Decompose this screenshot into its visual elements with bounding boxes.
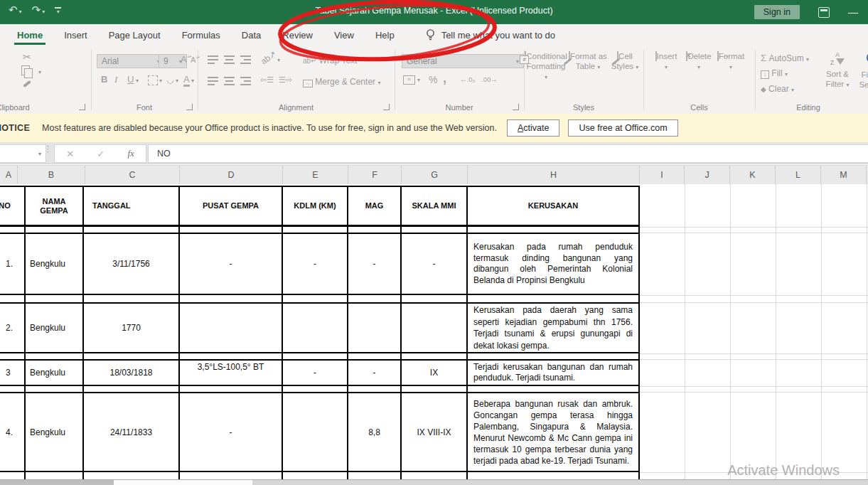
header-pusat-gempa[interactable]: PUSAT GEMPA xyxy=(180,187,283,225)
wrap-text-button[interactable]: ab↵ Wrap Text xyxy=(303,55,357,65)
activate-button[interactable]: Activate xyxy=(507,119,559,137)
cell-skala[interactable]: IX VIII-IX xyxy=(402,393,468,471)
cell-nama[interactable]: Bengkulu xyxy=(26,393,84,471)
insert-function-icon[interactable]: fx xyxy=(127,148,134,159)
cancel-entry-icon[interactable]: ✕ xyxy=(66,149,74,159)
column-header-g[interactable]: G xyxy=(402,166,468,184)
align-right-icon[interactable] xyxy=(240,77,251,85)
autosum-button[interactable]: Σ AutoSum ▾ xyxy=(761,53,809,63)
formula-input[interactable]: NO xyxy=(148,144,868,163)
borders-icon[interactable] xyxy=(148,75,158,85)
name-box[interactable]: ▾ xyxy=(0,144,46,163)
cell-tanggal[interactable]: 3/11/1756 xyxy=(84,234,180,294)
column-header-f[interactable]: F xyxy=(348,166,402,184)
comma-style-icon[interactable]: , xyxy=(443,71,446,86)
format-painter-icon[interactable] xyxy=(23,80,31,88)
cell-pusat[interactable] xyxy=(180,304,283,352)
cut-icon[interactable]: ✂ xyxy=(23,51,31,63)
column-header-b[interactable]: B xyxy=(18,166,85,184)
use-free-office-button[interactable]: Use free at Office.com xyxy=(568,119,677,137)
cell-skala[interactable] xyxy=(402,304,468,352)
percent-style-icon[interactable]: % xyxy=(429,74,437,85)
align-center-icon[interactable] xyxy=(224,77,235,85)
font-dialog-launcher[interactable] xyxy=(186,104,193,110)
align-top-icon[interactable] xyxy=(208,55,218,64)
cell-mag[interactable]: - xyxy=(348,234,402,294)
header-skala-mmi[interactable]: SKALA MMI xyxy=(402,187,468,225)
tab-insert[interactable]: Insert xyxy=(63,26,89,45)
cell-kerusakan[interactable]: Beberapa bangunan rusak dan ambruk. Gonc… xyxy=(468,393,640,471)
column-header-c[interactable]: C xyxy=(85,166,180,184)
cell-skala[interactable]: - xyxy=(402,234,468,294)
worksheet[interactable]: NO NAMA GEMPA TANGGAL PUSAT GEMPA KDLM (… xyxy=(0,184,868,485)
decrease-font-icon[interactable]: Aۖ xyxy=(191,55,195,65)
horizontal-scrollbar[interactable] xyxy=(0,479,868,485)
column-header-a[interactable]: A xyxy=(0,166,18,184)
cell-pusat[interactable]: - xyxy=(180,393,283,471)
cell-no[interactable]: 4. xyxy=(0,393,26,471)
cell-mag[interactable]: - xyxy=(348,361,402,385)
header-kdlm[interactable]: KDLM (KM) xyxy=(283,187,348,225)
tab-review[interactable]: Review xyxy=(281,26,314,45)
align-bottom-icon[interactable] xyxy=(240,55,251,64)
cell-nama[interactable]: Bengkulu xyxy=(26,361,84,385)
cell-skala[interactable]: IX xyxy=(402,361,468,385)
increase-indent-icon[interactable]: ☰⇨ xyxy=(279,75,292,85)
fill-button[interactable]: ↓ Fill ▾ xyxy=(761,68,788,79)
sign-in-button[interactable]: Sign in xyxy=(754,5,800,19)
header-mag[interactable]: MAG xyxy=(348,187,402,225)
clipboard-dialog-launcher[interactable] xyxy=(79,104,85,110)
cell-nama[interactable]: Bengkulu xyxy=(26,234,84,294)
minimize-button[interactable]: — xyxy=(848,6,858,18)
decrease-decimal-icon[interactable]: .00→ xyxy=(481,75,498,83)
delete-cells-button[interactable]: × Delete▾ xyxy=(683,51,714,73)
alignment-dialog-launcher[interactable] xyxy=(383,104,390,110)
decrease-indent-icon[interactable]: ⇦☰ xyxy=(260,75,274,85)
cell-kerusakan[interactable]: Terjadi kerusakan bangunan dan rumah pen… xyxy=(468,361,640,385)
confirm-entry-icon[interactable]: ✓ xyxy=(97,149,105,159)
align-left-icon[interactable] xyxy=(208,77,218,85)
tab-help[interactable]: Help xyxy=(374,26,396,45)
clear-button[interactable]: ◆ Clear ▾ xyxy=(761,84,794,94)
header-no[interactable]: NO xyxy=(0,187,26,225)
insert-cells-button[interactable]: Insert▾ xyxy=(650,51,682,73)
number-format-select[interactable]: General▾ xyxy=(402,54,524,68)
cell-kdlm[interactable] xyxy=(283,304,348,352)
header-kerusakan[interactable]: KERUSAKAN xyxy=(468,187,640,225)
column-header-k[interactable]: K xyxy=(730,166,776,184)
column-header-h[interactable]: H xyxy=(468,166,640,184)
cell-pusat[interactable]: - xyxy=(180,234,283,294)
conditional-formatting-button[interactable]: ≠ Conditional Formatting ▾ xyxy=(524,51,568,82)
copy-icon[interactable] xyxy=(21,65,30,75)
increase-font-icon[interactable]: Aۖ xyxy=(181,54,187,65)
tab-home[interactable]: Home xyxy=(16,26,44,45)
column-header-l[interactable]: L xyxy=(776,166,821,184)
column-header-j[interactable]: J xyxy=(685,166,730,184)
cell-tanggal[interactable]: 18/03/1818 xyxy=(84,361,180,385)
bold-button[interactable]: B xyxy=(101,74,107,85)
merge-center-button[interactable]: ↔ Merge & Center ▾ xyxy=(303,77,380,87)
formula-bar-separator[interactable]: ⋮ xyxy=(44,147,52,151)
column-header-e[interactable]: E xyxy=(283,166,348,184)
column-header-m[interactable]: M xyxy=(821,166,867,184)
tab-data[interactable]: Data xyxy=(240,26,262,45)
format-as-table-button[interactable]: Format as Table ▾ xyxy=(568,51,608,73)
cell-styles-button[interactable]: Cell Styles ▾ xyxy=(608,51,642,73)
cell-kdlm[interactable]: - xyxy=(283,234,348,294)
sort-filter-button[interactable]: AZ Sort & Filter ▾ xyxy=(820,51,854,90)
font-color-icon[interactable]: A xyxy=(183,74,190,87)
orientation-icon[interactable]: ab↗ xyxy=(259,49,278,67)
ribbon-display-options-icon[interactable] xyxy=(818,7,830,18)
cell-no[interactable]: 1. xyxy=(0,234,26,294)
cell-kdlm[interactable] xyxy=(283,393,348,471)
cell-kerusakan[interactable]: Kerusakan pada rumah penduduk termasuk d… xyxy=(468,234,640,294)
cell-kdlm[interactable]: - xyxy=(283,361,348,385)
scrollbar-thumb[interactable] xyxy=(0,480,114,485)
tell-me-box[interactable]: Tell me what you want to do xyxy=(426,28,555,41)
tab-view[interactable]: View xyxy=(333,26,355,45)
cell-nama[interactable]: Bengkulu xyxy=(26,304,84,352)
align-middle-icon[interactable] xyxy=(224,55,235,64)
cell-no[interactable]: 2. xyxy=(0,304,26,352)
cell-pusat[interactable]: 3,5°LS-100,5° BT xyxy=(180,361,283,385)
format-cells-button[interactable]: ↔ Format▾ xyxy=(714,51,747,73)
